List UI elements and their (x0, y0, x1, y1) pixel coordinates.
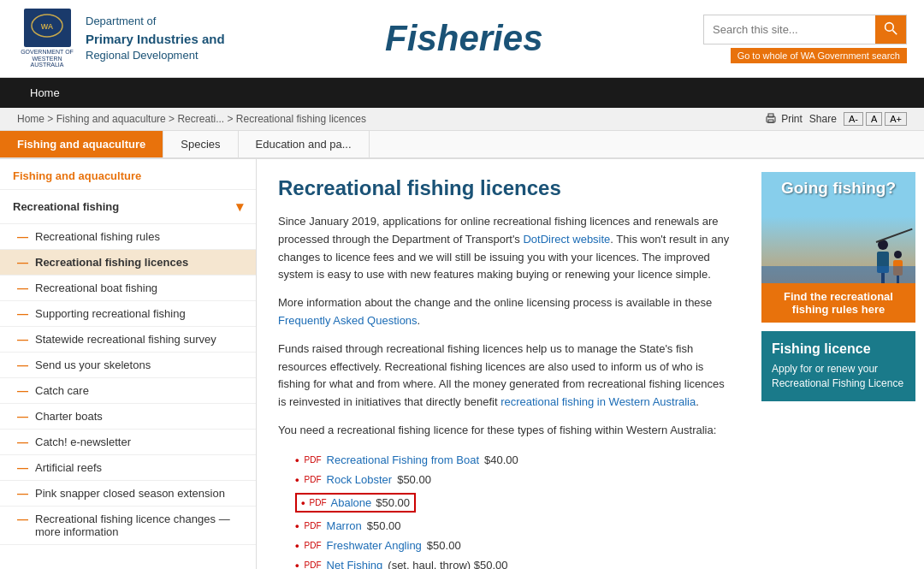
sidebar-item-licences[interactable]: — Recreational fishing licences (0, 250, 256, 276)
search-input[interactable] (704, 18, 875, 41)
list-item-boat: • PDF Recreational Fishing from Boat $40… (295, 450, 732, 470)
sidebar-item-rules[interactable]: — Recreational fishing rules (0, 224, 256, 250)
list-item-marron: • PDF Marron $50.00 (295, 516, 732, 536)
sidebar-item-catch-care[interactable]: — Catch care (0, 378, 256, 404)
licence-list: • PDF Recreational Fishing from Boat $40… (295, 450, 732, 569)
sidebar-item-supporting[interactable]: — Supporting recreational fishing (0, 301, 256, 327)
department-name: Department of Primary Industries and Reg… (86, 14, 225, 62)
print-icon (765, 113, 777, 125)
sidebar-expand-icon: ▾ (236, 199, 243, 215)
abalone-licence-link[interactable]: Abalone (331, 496, 372, 509)
print-action[interactable]: Print (765, 113, 803, 126)
net-licence-link[interactable]: Net Fishing (327, 559, 383, 569)
search-area: Go to whole of WA Government search (703, 15, 907, 63)
svg-line-3 (892, 30, 897, 34)
breadcrumb: Home > Fishing and aquaculture > Recreat… (17, 113, 366, 125)
content-paragraph-4: You need a recreational fishing licence … (278, 422, 732, 440)
sidebar-item-survey[interactable]: — Statewide recreational fishing survey (0, 327, 256, 353)
font-increase-button[interactable]: A+ (885, 112, 907, 126)
page-actions: Print Share A- A A+ (765, 112, 907, 126)
svg-point-2 (886, 22, 894, 31)
breadcrumb-bar: Home > Fishing and aquaculture > Recreat… (0, 108, 924, 131)
dotdirect-link[interactable]: DotDirect website (523, 233, 610, 246)
freshwater-licence-link[interactable]: Freshwater Angling (327, 539, 422, 552)
left-sidebar: Fishing and aquaculture Recreational fis… (0, 159, 257, 569)
search-icon (884, 21, 897, 35)
font-controls: A- A A+ (844, 112, 907, 126)
main-nav: Home (0, 78, 924, 108)
freshwater-licence-price: $50.00 (427, 539, 461, 552)
boat-licence-link[interactable]: Recreational Fishing from Boat (327, 453, 479, 466)
nav-home[interactable]: Home (17, 78, 73, 108)
sidebar-item-boat-fishing[interactable]: — Recreational boat fishing (0, 276, 256, 301)
sidebar-item-licence-changes[interactable]: — Recreational fishing licence changes —… (0, 507, 256, 545)
licence-box-description: Apply for or renew your Recreational Fis… (772, 362, 905, 391)
pdf-icon-marron: • (295, 519, 299, 532)
going-fishing-banner[interactable]: Going fishing? (761, 172, 915, 323)
abalone-highlight-box: • PDF Abalone $50.00 (295, 493, 416, 513)
content-paragraph-1: Since January 2019, applications for onl… (278, 213, 732, 284)
pdf-icon-lobster: • (295, 473, 299, 486)
content-paragraph-3: Funds raised through recreational fishin… (278, 341, 732, 412)
government-label: GOVERNMENT OF WESTERN AUSTRALIA (17, 49, 77, 68)
banner-subtitle: Find the recreational fishing rules here (761, 283, 915, 323)
wa-logo-icon: WA (30, 13, 64, 43)
abalone-licence-price: $50.00 (376, 496, 410, 509)
banner-title: Going fishing? (781, 179, 896, 198)
logo-area: WA GOVERNMENT OF WESTERN AUSTRALIA Depar… (17, 9, 225, 68)
sidebar-section-title: Fishing and aquaculture (0, 159, 256, 190)
right-sidebar: Going fishing? (753, 159, 924, 569)
page-title: Recreational fishing licences (278, 176, 732, 200)
fishing-licence-box[interactable]: Fishing licence Apply for or renew your … (761, 331, 915, 401)
search-box[interactable] (703, 15, 907, 44)
pdf-icon-net: • (295, 559, 299, 569)
lobster-licence-link[interactable]: Rock Lobster (327, 473, 393, 486)
sidebar-parent-label: Recreational fishing (13, 200, 119, 213)
lobster-licence-price: $50.00 (397, 473, 431, 486)
site-title: Fisheries (225, 18, 703, 59)
tab-species[interactable]: Species (163, 131, 238, 157)
tab-fishing-aquaculture[interactable]: Fishing and aquaculture (0, 131, 163, 157)
share-action[interactable]: Share (809, 113, 837, 125)
marron-licence-price: $50.00 (367, 519, 401, 532)
list-item-freshwater: • PDF Freshwater Angling $50.00 (295, 536, 732, 555)
sidebar-item-enewsletter[interactable]: — Catch! e-newsletter (0, 430, 256, 455)
sidebar-parent-recreational[interactable]: Recreational fishing ▾ (0, 190, 256, 224)
content-paragraph-2: More information about the change and th… (278, 294, 732, 330)
sidebar-item-skeletons[interactable]: — Send us your skeletons (0, 353, 256, 378)
pdf-icon-boat: • (295, 453, 299, 466)
font-decrease-button[interactable]: A- (844, 112, 863, 126)
marron-licence-link[interactable]: Marron (327, 519, 362, 532)
net-licence-price-label: (set, haul, throw) $50.00 (388, 559, 507, 569)
tab-education[interactable]: Education and pa... (239, 131, 370, 157)
svg-rect-6 (768, 120, 773, 122)
banner-image-area: Going fishing? (761, 172, 915, 283)
list-item-abalone: • PDF Abalone $50.00 (295, 489, 732, 516)
licence-box-title: Fishing licence (772, 341, 905, 357)
boat-licence-price: $40.00 (484, 453, 518, 466)
list-item-lobster: • PDF Rock Lobster $50.00 (295, 470, 732, 489)
wa-search-link[interactable]: Go to whole of WA Government search (731, 48, 907, 63)
pdf-icon-freshwater: • (295, 539, 299, 552)
list-item-net: • PDF Net Fishing (set, haul, throw) $50… (295, 555, 732, 569)
main-content: Recreational fishing licences Since Janu… (257, 159, 753, 569)
sidebar-item-pink-snapper[interactable]: — Pink snapper closed season extension (0, 481, 256, 507)
rec-fishing-link[interactable]: recreational fishing in Western Australi… (500, 395, 696, 408)
secondary-nav: Fishing and aquaculture Species Educatio… (0, 131, 924, 159)
page-layout: Fishing and aquaculture Recreational fis… (0, 159, 924, 569)
font-normal-button[interactable]: A (866, 112, 882, 126)
pdf-icon-abalone: • (301, 496, 305, 509)
sidebar-item-artificial-reefs[interactable]: — Artificial reefs (0, 455, 256, 481)
search-button[interactable] (875, 15, 906, 44)
sidebar-item-charter-boats[interactable]: — Charter boats (0, 404, 256, 430)
svg-text:WA: WA (41, 22, 54, 31)
faq-link[interactable]: Frequently Asked Questions (278, 314, 418, 327)
